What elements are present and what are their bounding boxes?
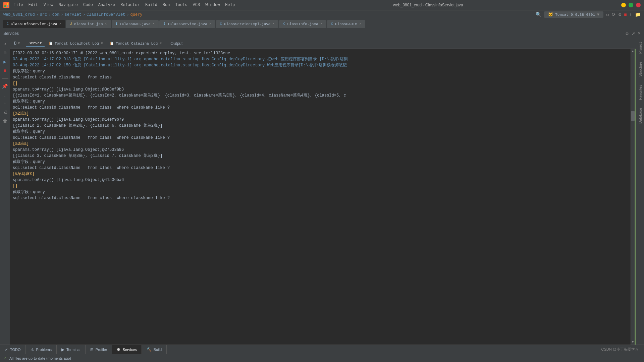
editor-tab-bar: C ClassInfoServlet.java × J classList.js… bbox=[0, 19, 644, 29]
status-ok-icon: ✓ bbox=[3, 356, 7, 361]
print-icon[interactable]: 🖨 bbox=[3, 110, 7, 115]
log-line: 截取字段：query bbox=[13, 159, 628, 165]
update-icon[interactable]: ⟳ bbox=[612, 12, 616, 17]
vertical-scrollbar[interactable]: ▲ ▼ bbox=[631, 49, 635, 345]
tab-classdaoim[interactable]: C ClassDAOIm × bbox=[327, 20, 365, 28]
settings-icon[interactable]: ⚙ bbox=[619, 12, 621, 17]
right-panel-database[interactable]: Database bbox=[638, 104, 642, 128]
menu-build[interactable]: Build bbox=[145, 3, 157, 7]
tab-close-iclassdao[interactable]: × bbox=[153, 22, 155, 26]
close-button[interactable] bbox=[636, 3, 641, 7]
tab-classlist-jsp[interactable]: J classList.jsp × bbox=[66, 20, 111, 28]
services-expand-icon[interactable]: ⤢ bbox=[631, 31, 635, 37]
main-area: ↺ ⊞ ▶ ■ 📌 ↓ ↑ 🖨 🗑 D ▼ Server 📋 Tomcat Lo… bbox=[0, 38, 644, 345]
services-settings-icon[interactable]: ⚙ bbox=[626, 31, 628, 37]
scroll-track[interactable] bbox=[631, 54, 635, 340]
menu-code[interactable]: Code bbox=[83, 3, 93, 7]
close-catalina-tab[interactable]: × bbox=[160, 42, 162, 45]
build-icon: 🔨 bbox=[147, 347, 152, 352]
pin-icon[interactable]: 📌 bbox=[2, 83, 8, 89]
tab-close-classdaoim[interactable]: × bbox=[359, 22, 361, 26]
right-panel-structure[interactable]: Structure bbox=[638, 58, 642, 81]
menu-window[interactable]: Window bbox=[205, 3, 220, 7]
log-line: sparams.toArray():[Ljava.lang.Object;@3c… bbox=[13, 86, 628, 93]
server-tab-catalina-log[interactable]: 📋 Tomcat Catalina Log × bbox=[107, 41, 164, 46]
right-panel-project[interactable]: Project bbox=[638, 38, 642, 58]
breadcrumb-project[interactable]: web_0801_crud bbox=[3, 12, 35, 17]
tab-close-classlist[interactable]: × bbox=[105, 22, 107, 26]
maximize-button[interactable] bbox=[629, 3, 633, 7]
mode-dropdown[interactable]: D ▼ bbox=[13, 41, 21, 47]
title-bar-left: File Edit View Navigate Code Analyze Ref… bbox=[3, 2, 235, 8]
log-line: [] bbox=[13, 80, 628, 86]
minimize-button[interactable] bbox=[621, 3, 626, 7]
refresh-icon[interactable]: ↺ bbox=[606, 12, 609, 17]
delete-icon[interactable]: 🗑 bbox=[3, 119, 7, 124]
breadcrumb-servlet[interactable]: servlet bbox=[64, 12, 81, 17]
tab-close-classinfo[interactable]: × bbox=[59, 22, 61, 26]
open-icon[interactable]: 📁 bbox=[635, 12, 641, 17]
server-tab-server[interactable]: Server bbox=[26, 41, 45, 47]
rerun-icon[interactable]: ↺ bbox=[3, 41, 6, 47]
todo-icon: ✓ bbox=[5, 347, 8, 352]
deploy-icon[interactable]: ⬆ bbox=[630, 12, 632, 17]
scroll-up-arrow[interactable]: ▲ bbox=[631, 49, 635, 54]
server-tab-localhost-log[interactable]: 📋 Tomcat Localhost Log × bbox=[46, 41, 106, 46]
menu-vcs[interactable]: VCS bbox=[193, 3, 200, 7]
search-icon[interactable]: 🔍 bbox=[536, 12, 541, 17]
menu-help[interactable]: Help bbox=[225, 3, 235, 7]
scroll-thumb[interactable] bbox=[631, 111, 635, 121]
bottom-tab-bar: ✓ TODO ⚠ Problems ▶ Terminal ⊞ Profiler … bbox=[0, 345, 644, 354]
stop-icon[interactable]: ■ bbox=[624, 12, 627, 17]
bottom-tab-services[interactable]: ⚙ Services bbox=[112, 345, 142, 354]
menu-view[interactable]: View bbox=[44, 3, 53, 7]
menu-navigate[interactable]: Navigate bbox=[58, 3, 78, 7]
breadcrumb-class[interactable]: ClassInfoServlet bbox=[87, 12, 125, 17]
services-close-icon[interactable]: × bbox=[638, 31, 641, 36]
status-bar: ✓ All files are up-to-date (moments ago) bbox=[0, 354, 644, 362]
tab-classserviceimpl[interactable]: C ClassServiceImpl.java × bbox=[216, 20, 279, 28]
breadcrumb-method[interactable]: query bbox=[130, 12, 143, 17]
log-line: sql:select classId,className from class … bbox=[13, 105, 628, 111]
menu-tools[interactable]: Tools bbox=[175, 3, 187, 7]
menu-file[interactable]: File bbox=[13, 3, 23, 7]
scroll-icon[interactable]: ↓ bbox=[3, 93, 6, 98]
tab-close-iclassservice[interactable]: × bbox=[209, 22, 211, 26]
menu-refactor[interactable]: Refactor bbox=[120, 3, 140, 7]
menu-run[interactable]: Run bbox=[163, 3, 170, 7]
bottom-tab-todo[interactable]: ✓ TODO bbox=[0, 345, 26, 354]
tab-close-classserviceimpl[interactable]: × bbox=[272, 22, 274, 26]
close-localhost-tab[interactable]: × bbox=[101, 42, 103, 45]
breadcrumb-com[interactable]: com bbox=[52, 12, 60, 17]
log-line: sql:select classId,className from class … bbox=[13, 195, 628, 201]
bottom-tab-build[interactable]: 🔨 Build bbox=[142, 345, 167, 354]
run-icon[interactable]: ▶ bbox=[3, 59, 6, 65]
right-panel-favorites[interactable]: Favorites bbox=[638, 81, 642, 104]
bottom-tab-terminal[interactable]: ▶ Terminal bbox=[57, 345, 86, 354]
divider bbox=[2, 78, 8, 79]
scroll-down-arrow[interactable]: ▼ bbox=[631, 340, 635, 345]
expand-icon[interactable]: ⊞ bbox=[3, 50, 6, 56]
tab-iclassdao[interactable]: I IClassDAO.java × bbox=[112, 20, 159, 28]
menu-edit[interactable]: Edit bbox=[29, 3, 38, 7]
breadcrumb-src[interactable]: src bbox=[40, 12, 47, 17]
scroll-up-icon[interactable]: ↑ bbox=[3, 101, 6, 107]
tab-iclassservice[interactable]: I IClassService.java × bbox=[159, 20, 215, 28]
log-line: 03-Aug-2022 14:17:02.018 信息 [Catalina-ut… bbox=[13, 56, 628, 62]
bottom-tab-profiler[interactable]: ⊞ Profiler bbox=[86, 345, 112, 354]
log-line: [%菜鸟班%] bbox=[13, 171, 628, 177]
menu-bar[interactable]: File Edit View Navigate Code Analyze Ref… bbox=[13, 3, 235, 7]
tomcat-dropdown[interactable]: 🐱 Tomcat 9.0.38-0801 ▼ bbox=[544, 11, 603, 18]
output-console[interactable]: [2022-03-03 02:15:00/00:17] # [2022 web_… bbox=[10, 49, 631, 345]
menu-analyze[interactable]: Analyze bbox=[98, 3, 115, 7]
log-line: sparams.toArray():[Ljava.lang.Object;@41… bbox=[13, 177, 628, 183]
tab-classinfo[interactable]: C ClassInfo.java × bbox=[279, 20, 326, 28]
services-toolbar-icons: ⚙ ⤢ × bbox=[626, 31, 641, 37]
right-side-panels: Project Structure Favorites Database bbox=[636, 38, 644, 345]
bottom-tab-problems[interactable]: ⚠ Problems bbox=[26, 345, 57, 354]
terminal-icon: ▶ bbox=[61, 347, 64, 352]
tab-close-classinfo-java[interactable]: × bbox=[320, 22, 322, 26]
tab-classinfo-servlet[interactable]: C ClassInfoServlet.java × bbox=[3, 20, 65, 28]
log-line: [%2班%] bbox=[13, 111, 628, 117]
stop-icon-left[interactable]: ■ bbox=[3, 68, 6, 73]
